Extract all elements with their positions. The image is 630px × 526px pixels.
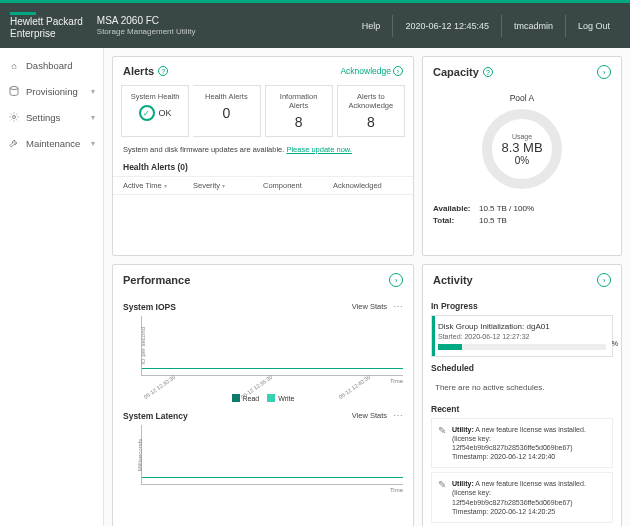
available-label: Available: xyxy=(433,203,479,215)
health-alerts-box: Health Alerts 0 xyxy=(193,85,260,137)
gear-icon xyxy=(8,111,20,123)
progress-card: Disk Group Initialization: dgA01 Started… xyxy=(431,315,613,357)
divider xyxy=(501,15,502,37)
performance-panel: Performance › System IOPS View Stats ⋯ I… xyxy=(112,264,414,526)
sidebar-item-maintenance[interactable]: Maintenance ▾ xyxy=(0,130,103,156)
wrench-icon xyxy=(8,137,20,149)
divider xyxy=(392,15,393,37)
brand-text-2: Enterprise xyxy=(10,29,83,40)
brand-text-1: Hewlett Packard xyxy=(10,17,83,28)
acknowledge-link[interactable]: Acknowledge › xyxy=(340,66,403,76)
y-axis-label: IO per second xyxy=(140,327,146,365)
sidebar: ⌂ Dashboard Provisioning ▾ Settings ▾ Ma… xyxy=(0,48,104,526)
recent-item: ✎ Utility: A new feature license was ins… xyxy=(431,418,613,468)
product-title: MSA 2060 FC xyxy=(97,15,196,26)
acknowledge-label: Acknowledge xyxy=(340,66,391,76)
activity-panel: Activity › In Progress Disk Group Initia… xyxy=(422,264,622,526)
available-value: 10.5 TB / 100% xyxy=(479,204,534,213)
x-axis-label: Time xyxy=(123,487,403,493)
sidebar-item-label: Provisioning xyxy=(26,86,78,97)
legend-swatch-read xyxy=(232,394,240,402)
legend-write: Write xyxy=(278,395,294,402)
usage-percent: 0% xyxy=(515,155,529,166)
alerts-panel: Alerts ? Acknowledge › System Health ✓ O… xyxy=(112,56,414,256)
iops-chart: IO per second xyxy=(141,316,403,376)
expand-button[interactable]: › xyxy=(389,273,403,287)
chart-title-latency: System Latency xyxy=(123,411,188,421)
capacity-gauge: Usage 8.3 MB 0% xyxy=(482,109,562,189)
user-menu[interactable]: tmcadmin xyxy=(514,21,553,31)
panel-title: Performance xyxy=(123,274,190,286)
view-stats-link[interactable]: View Stats xyxy=(352,411,387,420)
check-icon: ✓ xyxy=(139,105,155,121)
brand-accent xyxy=(10,12,36,15)
health-alerts-empty xyxy=(113,195,413,255)
chart-legend: Read Write xyxy=(123,394,403,402)
product-block: MSA 2060 FC Storage Management Utility xyxy=(97,15,196,36)
progress-started: Started: 2020-06-12 12:27:32 xyxy=(438,333,606,340)
col-severity[interactable]: Severity▾ xyxy=(193,181,263,190)
sidebar-item-dashboard[interactable]: ⌂ Dashboard xyxy=(0,52,103,78)
legend-swatch-write xyxy=(267,394,275,402)
col-component[interactable]: Component xyxy=(263,181,333,190)
disk-icon xyxy=(8,85,20,97)
panel-title: Alerts xyxy=(123,65,154,77)
help-icon[interactable]: ? xyxy=(158,66,168,76)
logout-link[interactable]: Log Out xyxy=(578,21,610,31)
more-icon[interactable]: ⋯ xyxy=(393,410,403,421)
system-health-box: System Health ✓ OK xyxy=(121,85,189,137)
info-alerts-box: Information Alerts 8 xyxy=(265,85,333,137)
view-stats-link[interactable]: View Stats xyxy=(352,302,387,311)
sidebar-item-provisioning[interactable]: Provisioning ▾ xyxy=(0,78,103,104)
firmware-update-note: System and disk firmware updates are ava… xyxy=(113,141,413,158)
help-link[interactable]: Help xyxy=(362,21,381,31)
panel-title: Capacity xyxy=(433,66,479,78)
chevron-down-icon: ▾ xyxy=(91,87,95,96)
col-active-time[interactable]: Active Time▾ xyxy=(123,181,193,190)
expand-button[interactable]: › xyxy=(597,65,611,79)
datetime-display: 2020-06-12 12:45:45 xyxy=(405,21,489,31)
sort-icon: ▾ xyxy=(222,182,225,189)
total-label: Total: xyxy=(433,215,479,227)
x-ticks: 06-12 12:30:3006-12 12:36:3006-12 12:40:… xyxy=(141,384,403,390)
pool-name: Pool A xyxy=(510,93,535,103)
svg-point-0 xyxy=(10,87,18,90)
home-icon: ⌂ xyxy=(8,59,20,71)
update-now-link[interactable]: Please update now. xyxy=(286,145,351,154)
progress-fill xyxy=(438,344,462,350)
recent-heading: Recent xyxy=(431,404,613,414)
recent-ts: Timestamp: 2020-06-12 14:20:25 xyxy=(452,508,555,515)
box-value: 0 xyxy=(197,105,255,121)
more-icon[interactable]: ⋯ xyxy=(393,301,403,312)
total-value: 10.5 TB xyxy=(479,216,507,225)
box-value: OK xyxy=(159,108,172,118)
capacity-panel: Capacity ? › Pool A Usage 8.3 MB 0% Avai… xyxy=(422,56,622,256)
series-line xyxy=(142,477,403,478)
box-label: System Health xyxy=(126,92,184,101)
sidebar-item-settings[interactable]: Settings ▾ xyxy=(0,104,103,130)
chevron-down-icon: ▾ xyxy=(91,139,95,148)
y-axis-label: Milliseconds xyxy=(137,438,143,471)
panel-title: Activity xyxy=(433,274,473,286)
box-label: Health Alerts xyxy=(197,92,255,101)
progress-bar: % xyxy=(438,344,606,350)
col-acknowledged[interactable]: Acknowledged xyxy=(333,181,403,190)
ack-alerts-box: Alerts to Acknowledge 8 xyxy=(337,85,405,137)
health-alerts-header-row: Active Time▾ Severity▾ Component Acknowl… xyxy=(113,176,413,195)
recent-lead: Utility: xyxy=(452,426,474,433)
product-subtitle: Storage Management Utility xyxy=(97,27,196,36)
update-prefix: System and disk firmware updates are ava… xyxy=(123,145,286,154)
chevron-down-icon: ▾ xyxy=(91,113,95,122)
box-value: 8 xyxy=(342,114,400,130)
health-alerts-heading: Health Alerts (0) xyxy=(113,158,413,176)
sidebar-item-label: Maintenance xyxy=(26,138,80,149)
help-icon[interactable]: ? xyxy=(483,67,493,77)
capacity-stats: Available:10.5 TB / 100% Total:10.5 TB xyxy=(433,203,534,227)
in-progress-heading: In Progress xyxy=(431,301,613,311)
recent-lead: Utility: xyxy=(452,480,474,487)
pencil-icon: ✎ xyxy=(438,425,446,461)
box-label: Information Alerts xyxy=(270,92,328,110)
expand-button[interactable]: › xyxy=(597,273,611,287)
box-label: Alerts to Acknowledge xyxy=(342,92,400,110)
series-line xyxy=(142,368,403,369)
